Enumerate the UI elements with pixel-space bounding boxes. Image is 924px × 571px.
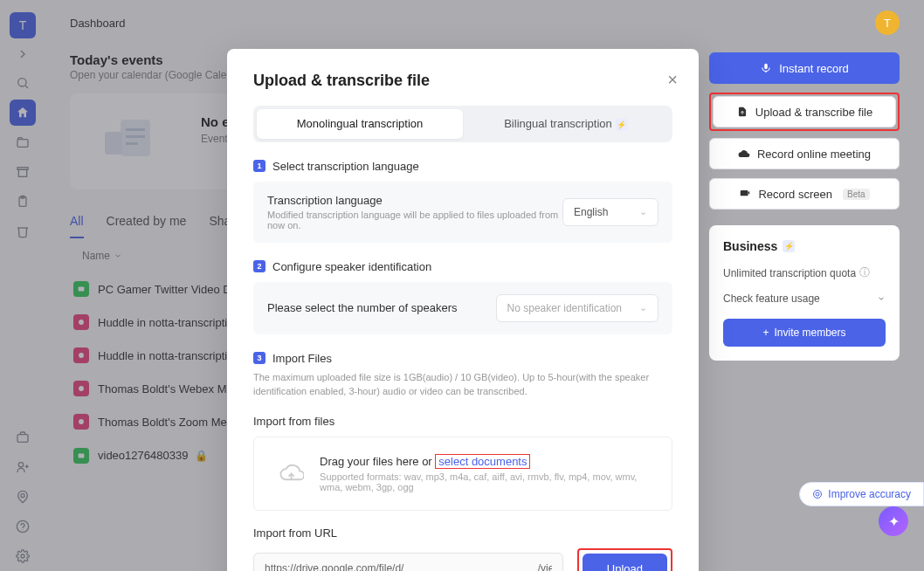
svg-rect-18 bbox=[126, 142, 138, 145]
file-type-icon bbox=[73, 448, 89, 464]
help-icon[interactable] bbox=[10, 513, 36, 540]
file-dropzone[interactable]: Drag your files here or select documents… bbox=[253, 437, 672, 511]
avatar[interactable]: T bbox=[875, 10, 900, 35]
select-documents-link[interactable]: select documents bbox=[435, 454, 530, 469]
language-select[interactable]: English⌄ bbox=[562, 198, 659, 226]
svg-rect-27 bbox=[741, 190, 748, 196]
chevron-down-icon: ⌄ bbox=[639, 206, 647, 217]
bolt-icon: ⚡ bbox=[616, 119, 628, 131]
svg-point-14 bbox=[21, 554, 24, 558]
lock-icon: 🔒 bbox=[195, 450, 208, 462]
beta-badge: Beta bbox=[843, 189, 870, 200]
search-icon[interactable] bbox=[10, 70, 36, 96]
user-plus-icon[interactable] bbox=[10, 454, 36, 480]
archive-icon[interactable] bbox=[10, 159, 36, 185]
folder-icon[interactable] bbox=[10, 129, 36, 155]
file-type-icon bbox=[73, 347, 89, 363]
quota-label: Unlimited transcription quota bbox=[723, 267, 856, 279]
transcription-language-label: Transcription language bbox=[267, 194, 562, 207]
svg-rect-7 bbox=[17, 435, 28, 443]
file-type-icon bbox=[73, 381, 89, 396]
record-screen-button[interactable]: Record screen Beta bbox=[709, 178, 900, 210]
home-icon[interactable] bbox=[10, 100, 36, 126]
step-badge-2: 2 bbox=[253, 260, 265, 272]
url-input[interactable] bbox=[253, 553, 563, 571]
svg-rect-20 bbox=[79, 287, 85, 292]
svg-point-24 bbox=[79, 419, 84, 424]
pin-icon[interactable] bbox=[10, 484, 36, 510]
chevron-down-icon bbox=[877, 294, 886, 303]
screen-icon bbox=[739, 188, 751, 200]
settings-icon[interactable] bbox=[10, 543, 36, 569]
upload-button-highlight: Upload & transcribe file bbox=[709, 93, 900, 131]
plus-icon: + bbox=[762, 327, 769, 339]
upload-transcribe-button[interactable]: Upload & transcribe file bbox=[713, 96, 896, 127]
step-2-title: Configure speaker identification bbox=[272, 260, 431, 273]
briefcase-icon[interactable] bbox=[10, 424, 36, 451]
tab-monolingual[interactable]: Monolingual transcription bbox=[257, 109, 463, 139]
chevron-down-icon bbox=[114, 251, 122, 260]
svg-point-12 bbox=[17, 520, 28, 532]
feature-usage-link[interactable]: Check feature usage bbox=[723, 292, 886, 305]
svg-rect-4 bbox=[18, 169, 26, 176]
upload-modal: Upload & transcribe file × Monolingual t… bbox=[227, 49, 699, 571]
upload-button-highlight: Upload bbox=[577, 548, 672, 571]
close-icon[interactable]: × bbox=[667, 70, 678, 90]
svg-rect-17 bbox=[126, 135, 145, 138]
svg-point-0 bbox=[18, 79, 26, 86]
dropzone-text: Drag your files here or select documents bbox=[320, 455, 654, 468]
file-type-icon bbox=[73, 281, 89, 297]
trash-icon[interactable] bbox=[10, 218, 36, 244]
file-type-icon bbox=[73, 414, 89, 430]
tab-all[interactable]: All bbox=[70, 214, 84, 238]
collapse-icon[interactable] bbox=[14, 45, 31, 63]
tab-bilingual[interactable]: Bilingual transcription⚡ bbox=[463, 109, 669, 139]
cloud-upload-icon bbox=[279, 457, 304, 489]
bolt-icon: ⚡ bbox=[783, 240, 795, 252]
clipboard-icon[interactable] bbox=[10, 189, 36, 215]
import-note: The maximum uploaded file size is 1GB(au… bbox=[253, 370, 672, 399]
svg-rect-16 bbox=[126, 128, 145, 131]
business-title: Business bbox=[723, 239, 777, 253]
svg-rect-2 bbox=[17, 140, 28, 148]
tab-created-by-me[interactable]: Created by me bbox=[107, 214, 187, 238]
calendar-illustration-icon bbox=[96, 111, 166, 163]
svg-point-23 bbox=[79, 386, 84, 391]
transcription-language-sub: Modified transcription language will be … bbox=[267, 210, 562, 230]
target-icon bbox=[812, 489, 823, 499]
chevron-down-icon: ⌄ bbox=[639, 302, 647, 313]
upload-button[interactable]: Upload bbox=[583, 554, 667, 571]
svg-point-21 bbox=[79, 320, 84, 325]
business-card: Business ⚡ Unlimited transcription quota… bbox=[709, 225, 900, 361]
svg-rect-26 bbox=[765, 64, 769, 69]
record-online-button[interactable]: Record online meeting bbox=[709, 138, 900, 169]
speakers-label: Please select the number of speakers bbox=[267, 301, 496, 314]
svg-line-1 bbox=[25, 86, 28, 88]
info-icon[interactable]: ⓘ bbox=[859, 265, 870, 280]
import-from-files-label: Import from files bbox=[253, 415, 672, 428]
supported-formats: Supported formats: wav, mp3, m4a, caf, a… bbox=[320, 471, 654, 492]
step-badge-3: 3 bbox=[253, 352, 265, 364]
invite-members-button[interactable]: + Invite members bbox=[723, 319, 886, 347]
svg-point-22 bbox=[79, 353, 84, 358]
svg-rect-19 bbox=[105, 132, 122, 155]
cloud-record-icon bbox=[738, 148, 750, 160]
step-1-title: Select transcription language bbox=[272, 160, 419, 173]
step-3-title: Import Files bbox=[272, 352, 332, 365]
svg-rect-25 bbox=[79, 453, 85, 457]
instant-record-button[interactable]: Instant record bbox=[709, 52, 900, 84]
page-title: Dashboard bbox=[70, 17, 126, 30]
improve-accuracy-button[interactable]: Improve accuracy bbox=[799, 482, 924, 506]
svg-point-29 bbox=[816, 492, 819, 496]
modal-title: Upload & transcribe file bbox=[253, 72, 672, 90]
svg-point-11 bbox=[21, 494, 24, 498]
app-logo[interactable]: T bbox=[10, 12, 36, 38]
svg-point-28 bbox=[814, 491, 822, 499]
file-upload-icon bbox=[736, 106, 748, 118]
assistant-fab[interactable]: ✦ bbox=[879, 506, 908, 536]
mic-icon bbox=[760, 62, 772, 74]
svg-point-8 bbox=[18, 463, 23, 467]
import-from-url-label: Import from URL bbox=[253, 526, 672, 540]
step-badge-1: 1 bbox=[253, 160, 265, 172]
speakers-select[interactable]: No speaker identification⌄ bbox=[496, 294, 659, 322]
